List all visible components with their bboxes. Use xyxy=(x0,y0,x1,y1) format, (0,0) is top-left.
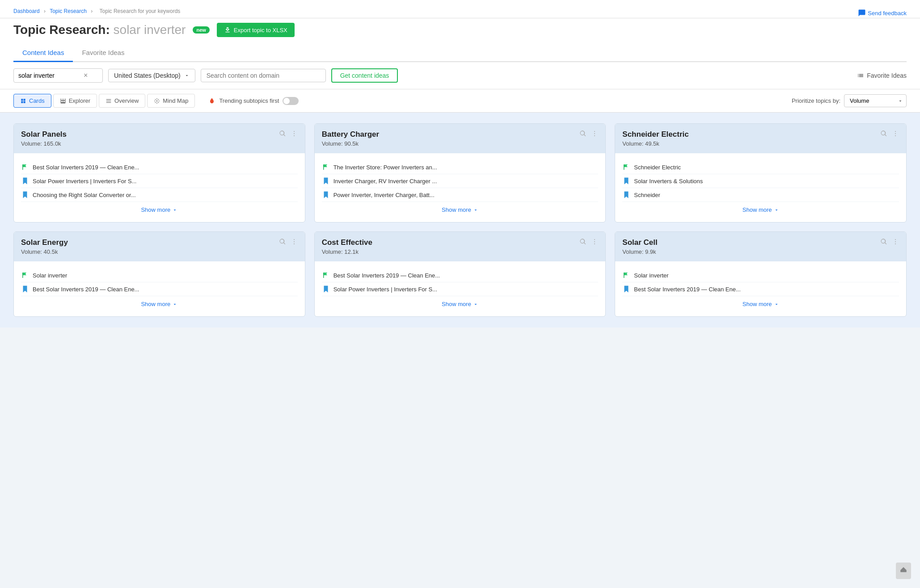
breadcrumb-dashboard[interactable]: Dashboard xyxy=(13,8,40,14)
card-volume: Volume: 49.5k xyxy=(622,140,877,147)
blue-bookmark-icon xyxy=(622,285,630,293)
blue-bookmark-icon xyxy=(21,191,29,199)
tab-content-ideas[interactable]: Content Ideas xyxy=(13,44,73,62)
prioritize-dropdown[interactable]: Volume Difficulty Topic Efficiency xyxy=(844,94,907,107)
svg-point-23 xyxy=(895,244,896,244)
cards-icon xyxy=(20,98,26,104)
view-button-group: Cards Explorer Overview Mind Map xyxy=(13,94,195,108)
prioritize-label: Prioritize topics by: xyxy=(792,97,840,104)
green-flag-icon xyxy=(622,163,630,171)
more-options-icon[interactable] xyxy=(591,130,598,139)
show-more-link[interactable]: Show more xyxy=(21,202,298,215)
svg-rect-12 xyxy=(624,164,625,170)
send-feedback-label: Send feedback xyxy=(868,10,907,17)
blue-bookmark-icon xyxy=(21,285,29,293)
chevron-down-icon xyxy=(184,73,190,78)
card-header: Solar Energy Volume: 40.5k xyxy=(14,232,305,261)
svg-point-1 xyxy=(294,131,295,132)
export-button[interactable]: Export topic to XLSX xyxy=(217,23,295,37)
card-solar-energy: Solar Energy Volume: 40.5k Solar inverte… xyxy=(13,231,305,317)
card-title: Battery Charger xyxy=(322,130,576,139)
card-item: Choosing the Right Solar Converter or... xyxy=(21,188,298,202)
green-flag-icon xyxy=(21,163,29,171)
svg-point-18 xyxy=(594,241,595,242)
new-badge: new xyxy=(193,26,209,34)
location-dropdown[interactable]: United States (Desktop) xyxy=(108,69,195,82)
card-body: Solar inverter Best Solar Inverters 2019… xyxy=(615,261,906,316)
card-item: Solar Power Inverters | Inverters For S.… xyxy=(21,174,298,188)
view-mindmap-button[interactable]: Mind Map xyxy=(147,94,195,108)
show-more-link[interactable]: Show more xyxy=(322,202,599,215)
search-card-icon[interactable] xyxy=(880,130,887,139)
card-volume: Volume: 12.1k xyxy=(322,248,576,255)
view-cards-button[interactable]: Cards xyxy=(13,94,51,108)
svg-point-19 xyxy=(594,244,595,244)
blue-bookmark-icon xyxy=(21,177,29,185)
card-header: Cost Effective Volume: 12.1k xyxy=(315,232,606,261)
card-item: Schneider xyxy=(622,188,899,202)
send-feedback-link[interactable]: Send feedback xyxy=(858,5,907,17)
card-title: Solar Energy xyxy=(21,238,275,247)
show-more-link[interactable]: Show more xyxy=(322,296,599,309)
blue-bookmark-icon xyxy=(622,177,630,185)
show-more-link[interactable]: Show more xyxy=(21,296,298,309)
search-card-icon[interactable] xyxy=(579,130,587,139)
green-flag-icon xyxy=(622,271,630,279)
green-flag-icon xyxy=(21,271,29,279)
card-battery-charger: Battery Charger Volume: 90.5k The Invert… xyxy=(314,123,606,223)
svg-rect-4 xyxy=(22,164,23,170)
trending-toggle-switch[interactable] xyxy=(283,97,299,105)
more-options-icon[interactable] xyxy=(892,238,899,247)
card-item: Best Solar Inverters 2019 — Clean Ene... xyxy=(21,282,298,296)
svg-point-10 xyxy=(895,133,896,134)
card-header: Schneider Electric Volume: 49.5k xyxy=(615,124,906,153)
card-body: Best Solar Inverters 2019 — Clean Ene...… xyxy=(315,261,606,316)
svg-point-9 xyxy=(895,131,896,132)
more-options-icon[interactable] xyxy=(591,238,598,247)
card-body: Best Solar Inverters 2019 — Clean Ene...… xyxy=(14,153,305,222)
card-title: Schneider Electric xyxy=(622,130,877,139)
card-schneider-electric: Schneider Electric Volume: 49.5k Schneid… xyxy=(615,123,907,223)
card-item: Power Inverter, Inverter Charger, Batt..… xyxy=(322,188,599,202)
show-more-link[interactable]: Show more xyxy=(622,296,899,309)
svg-rect-16 xyxy=(22,273,23,278)
green-flag-icon xyxy=(322,271,330,279)
more-options-icon[interactable] xyxy=(892,130,899,139)
search-card-icon[interactable] xyxy=(279,130,286,139)
blue-bookmark-icon xyxy=(622,191,630,199)
view-overview-button[interactable]: Overview xyxy=(99,94,145,108)
search-card-icon[interactable] xyxy=(579,238,587,247)
tab-favorite-ideas[interactable]: Favorite Ideas xyxy=(73,44,133,62)
get-ideas-button[interactable]: Get content ideas xyxy=(331,68,398,83)
show-more-link[interactable]: Show more xyxy=(622,202,899,215)
view-explorer-button[interactable]: Explorer xyxy=(53,94,97,108)
card-item: The Inverter Store: Power Inverters an..… xyxy=(322,160,599,174)
chevron-down-icon xyxy=(473,207,478,213)
svg-point-22 xyxy=(895,241,896,242)
flame-icon xyxy=(208,97,215,105)
domain-search-input[interactable] xyxy=(201,69,326,82)
card-volume: Volume: 165.0k xyxy=(21,140,275,147)
favorite-ideas-link[interactable]: Favorite Ideas xyxy=(857,72,907,79)
card-item: Solar Inverters & Solutions xyxy=(622,174,899,188)
prioritize-section: Prioritize topics by: Volume Difficulty … xyxy=(792,94,907,107)
breadcrumb-topic-research[interactable]: Topic Research xyxy=(50,8,87,14)
more-options-icon[interactable] xyxy=(291,238,298,247)
more-options-icon[interactable] xyxy=(291,130,298,139)
svg-point-7 xyxy=(594,135,595,136)
mindmap-icon xyxy=(154,98,160,104)
clear-search-icon[interactable]: × xyxy=(84,71,88,80)
keyword-search-input[interactable] xyxy=(18,72,81,79)
card-volume: Volume: 9.9k xyxy=(622,248,877,255)
search-card-icon[interactable] xyxy=(279,238,286,247)
card-body: Solar inverter Best Solar Inverters 2019… xyxy=(14,261,305,316)
card-item: Best Solar Inverters 2019 — Clean Ene... xyxy=(622,282,899,296)
page-title: Topic Research: solar inverter xyxy=(13,23,186,37)
card-body: The Inverter Store: Power Inverters an..… xyxy=(315,153,606,222)
card-item: Solar inverter xyxy=(622,269,899,282)
svg-rect-24 xyxy=(624,273,625,278)
search-card-icon[interactable] xyxy=(880,238,887,247)
trending-label: Trending subtopics first xyxy=(219,97,279,104)
card-solar-panels: Solar Panels Volume: 165.0k Best Solar I… xyxy=(13,123,305,223)
chevron-down-icon xyxy=(473,302,478,307)
